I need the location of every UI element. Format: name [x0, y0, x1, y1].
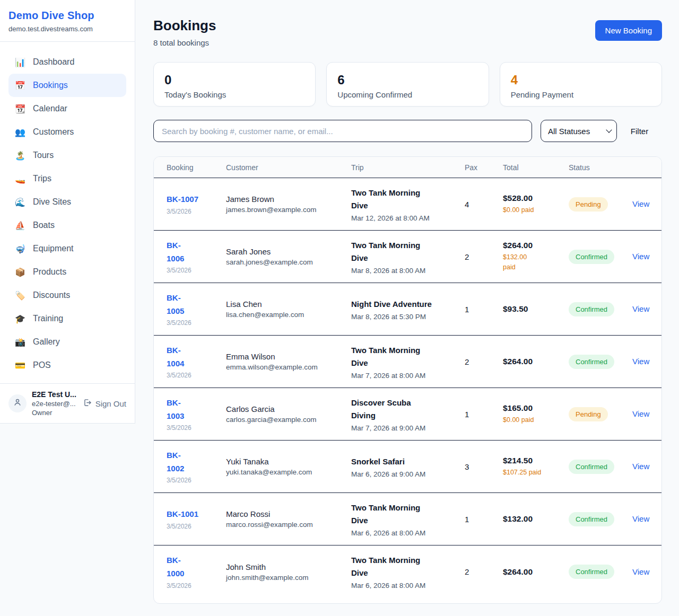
sidebar-item-equipment[interactable]: 🤿 Equipment: [8, 237, 126, 260]
status-badge: Confirmed: [569, 250, 614, 264]
sidebar-item-dive-sites[interactable]: 🌊 Dive Sites: [8, 190, 126, 214]
search-input[interactable]: [153, 120, 532, 142]
sidebar-item-customers[interactable]: 👥 Customers: [8, 120, 126, 144]
total-amount: $264.00: [503, 567, 569, 577]
customer-email: john.smith@example.com: [226, 574, 351, 582]
table-row: BK- 1000 3/5/2026 John Smith john.smith@…: [154, 545, 661, 598]
tear-off-calendar-icon: 📆: [15, 104, 25, 114]
paid-amount: $107.25 paid: [503, 468, 569, 478]
paid-amount: $132.00 paid: [503, 252, 569, 272]
filter-row: All Statuses Filter: [153, 120, 662, 142]
view-link[interactable]: View: [632, 252, 649, 261]
stat-label: Pending Payment: [511, 90, 651, 99]
sidebar-item-label: Bookings: [33, 81, 68, 90]
island-icon: 🏝️: [15, 151, 25, 161]
sidebar-item-dashboard[interactable]: 📊 Dashboard: [8, 50, 126, 74]
customer-name: Yuki Tanaka: [226, 457, 351, 466]
brand-block: Demo Dive Shop demo.test.divestreams.com: [0, 0, 135, 42]
trip-name: Two Tank Morning Dive: [351, 554, 465, 579]
trip-datetime: Mar 6, 2026 at 9:00 AM: [351, 470, 465, 478]
trip-datetime: Mar 7, 2026 at 9:00 AM: [351, 424, 465, 432]
column-header: Pax: [465, 163, 503, 172]
customer-email: emma.wilson@example.com: [226, 363, 351, 371]
stat-card: 6Upcoming Confirmed: [326, 62, 489, 107]
booking-id-link[interactable]: BK- 1000: [167, 554, 184, 580]
sidebar-item-calendar[interactable]: 📆 Calendar: [8, 97, 126, 120]
status-badge: Confirmed: [569, 302, 614, 316]
booking-id-link[interactable]: BK-1001: [167, 508, 198, 521]
users-icon: 👥: [15, 127, 25, 137]
booking-date: 3/5/2026: [167, 523, 226, 530]
customer-email: yuki.tanaka@example.com: [226, 468, 351, 476]
pax-count: 1: [465, 410, 503, 419]
user-role: Owner: [32, 409, 76, 417]
pax-count: 2: [465, 567, 503, 576]
trip-name: Two Tank Morning Dive: [351, 344, 465, 369]
page-header: Bookings 8 total bookings New Booking: [153, 17, 662, 47]
sidebar-nav: 📊 Dashboard 📅 Bookings 📆 Calendar 👥 Cust…: [0, 42, 135, 383]
trip-name: Two Tank Morning Dive: [351, 187, 465, 212]
sidebar-item-discounts[interactable]: 🏷️ Discounts: [8, 284, 126, 307]
status-badge: Confirmed: [569, 460, 614, 474]
booking-date: 3/5/2026: [167, 582, 226, 589]
column-header: Trip: [351, 163, 465, 172]
graduation-cap-icon: 🎓: [15, 314, 25, 324]
stat-value: 6: [337, 73, 477, 87]
avatar: [8, 394, 27, 412]
person-icon: [13, 398, 22, 409]
title-block: Bookings 8 total bookings: [153, 17, 216, 47]
view-link[interactable]: View: [632, 304, 649, 313]
shop-name: Demo Dive Shop: [8, 10, 126, 22]
view-link[interactable]: View: [632, 567, 649, 576]
package-icon: 📦: [15, 267, 25, 277]
stat-label: Upcoming Confirmed: [337, 90, 477, 99]
main-content: Bookings 8 total bookings New Booking 0T…: [136, 0, 679, 616]
bar-chart-icon: 📊: [15, 57, 25, 67]
booking-id-link[interactable]: BK- 1004: [167, 344, 184, 371]
trip-datetime: Mar 8, 2026 at 8:00 AM: [351, 267, 465, 275]
view-link[interactable]: View: [632, 462, 649, 471]
sign-out-button[interactable]: Sign Out: [83, 398, 126, 409]
sidebar-item-label: Gallery: [33, 337, 60, 347]
customer-name: James Brown: [226, 195, 351, 204]
sidebar-item-label: Training: [33, 314, 63, 323]
sidebar-item-label: Tours: [33, 151, 54, 160]
column-header: Status: [569, 163, 632, 172]
sidebar-item-trips[interactable]: 🚤 Trips: [8, 167, 126, 190]
status-badge: Confirmed: [569, 565, 614, 579]
view-link[interactable]: View: [632, 409, 649, 418]
new-booking-button[interactable]: New Booking: [595, 20, 662, 41]
total-amount: $264.00: [503, 357, 569, 366]
table-row: BK- 1005 3/5/2026 Lisa Chen lisa.chen@ex…: [154, 283, 661, 336]
customer-name: John Smith: [226, 562, 351, 571]
sidebar-item-tours[interactable]: 🏝️ Tours: [8, 144, 126, 167]
paid-amount: $0.00 paid: [503, 415, 569, 425]
user-email: e2e-tester@...: [32, 400, 76, 408]
total-amount: $165.00: [503, 403, 569, 413]
stat-card: 4Pending Payment: [500, 62, 662, 107]
booking-id-link[interactable]: BK- 1005: [167, 292, 184, 318]
sidebar-item-bookings[interactable]: 📅 Bookings: [8, 74, 126, 97]
filter-button[interactable]: Filter: [617, 127, 662, 136]
wave-icon: 🌊: [15, 197, 25, 207]
sidebar-item-training[interactable]: 🎓 Training: [8, 307, 126, 330]
status-filter-select[interactable]: All Statuses: [541, 120, 617, 142]
customer-email: carlos.garcia@example.com: [226, 416, 351, 424]
customer-name: Sarah Jones: [226, 247, 351, 256]
sidebar-item-products[interactable]: 📦 Products: [8, 260, 126, 284]
booking-id-link[interactable]: BK- 1002: [167, 449, 184, 476]
booking-id-link[interactable]: BK- 1003: [167, 397, 184, 423]
view-link[interactable]: View: [632, 514, 649, 523]
booking-date: 3/5/2026: [167, 424, 226, 432]
customer-name: Carlos Garcia: [226, 404, 351, 413]
view-link[interactable]: View: [632, 357, 649, 366]
sidebar-item-pos[interactable]: 💳 POS: [8, 354, 126, 377]
view-link[interactable]: View: [632, 199, 649, 208]
sidebar-item-gallery[interactable]: 📸 Gallery: [8, 330, 126, 354]
column-header: Booking: [154, 163, 226, 172]
booking-id-link[interactable]: BK- 1006: [167, 239, 184, 266]
customer-name: Lisa Chen: [226, 300, 351, 309]
booking-id-link[interactable]: BK-1007: [167, 193, 198, 206]
stat-value: 4: [511, 73, 651, 87]
sidebar-item-boats[interactable]: ⛵ Boats: [8, 214, 126, 237]
